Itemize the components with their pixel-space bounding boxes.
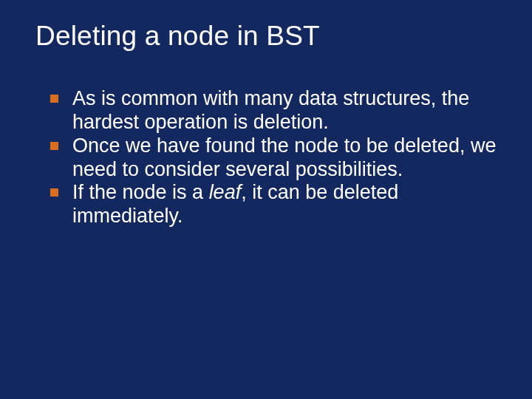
bullet-text: If the node is a bbox=[72, 181, 209, 203]
list-item: If the node is a leaf, it can be deleted… bbox=[50, 181, 497, 228]
list-item: Once we have found the node to be delete… bbox=[50, 134, 497, 182]
slide: Deleting a node in BST As is common with… bbox=[0, 0, 532, 399]
bullet-list: As is common with many data structures, … bbox=[35, 87, 497, 228]
slide-title: Deleting a node in BST bbox=[35, 21, 497, 52]
list-item: As is common with many data structures, … bbox=[50, 87, 497, 134]
bullet-italic: leaf bbox=[209, 181, 242, 203]
bullet-text: Once we have found the node to be delete… bbox=[72, 134, 496, 180]
bullet-text: As is common with many data structures, … bbox=[72, 87, 469, 133]
